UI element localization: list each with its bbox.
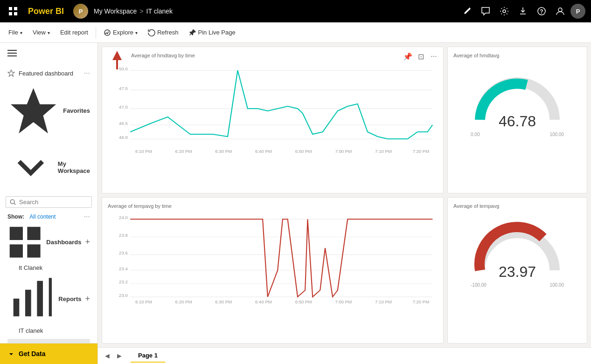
- breadcrumb-report[interactable]: IT clanek: [146, 7, 173, 15]
- expand-chart1-btn[interactable]: ⊡: [415, 51, 426, 62]
- svg-text:6:50 PM: 6:50 PM: [295, 149, 312, 154]
- svg-text:46.5: 46.5: [119, 121, 128, 126]
- grid-apps-icon[interactable]: [6, 4, 21, 19]
- file-button[interactable]: File: [4, 24, 27, 41]
- star-filled-icon: [7, 85, 59, 137]
- svg-text:7:00 PM: 7:00 PM: [335, 149, 352, 154]
- explore-chevron: [135, 29, 138, 36]
- sidebar-item-favorites[interactable]: Favorites: [0, 81, 97, 140]
- refresh-button[interactable]: Refresh: [143, 24, 183, 41]
- more-chart1-btn[interactable]: ···: [428, 51, 439, 62]
- star-outline-icon: [7, 69, 15, 77]
- svg-text:7:20 PM: 7:20 PM: [412, 149, 429, 154]
- sidebar-scroll: Featured dashboard ··· Favorites My Work…: [0, 65, 97, 343]
- chart-hmdtavg-gauge: Average of hmdtavg 46.78 0.00 100.00: [447, 47, 587, 193]
- svg-text:6:20 PM: 6:20 PM: [175, 149, 192, 154]
- svg-text:?: ?: [540, 8, 543, 15]
- svg-text:24.0: 24.0: [119, 215, 128, 220]
- svg-text:7:20 PM: 7:20 PM: [412, 300, 429, 304]
- dashboards-add-btn[interactable]: +: [85, 237, 90, 247]
- content-area: Average of hmdtavg by time 📌 ⊡ ··· 50.0 …: [98, 43, 591, 364]
- svg-rect-0: [9, 7, 12, 10]
- tab-navigation: ◄ ►: [102, 350, 125, 362]
- tab-page1[interactable]: Page 1: [131, 349, 165, 363]
- pin-chart1-btn[interactable]: 📌: [402, 51, 413, 62]
- settings-icon[interactable]: [496, 3, 513, 20]
- refresh-icon: [148, 29, 155, 36]
- reports-add-btn[interactable]: +: [85, 294, 90, 304]
- user-profile-icon[interactable]: [552, 3, 569, 20]
- gauge2-min: -100.00: [471, 282, 487, 288]
- svg-text:6:50 PM: 6:50 PM: [295, 300, 312, 304]
- toolbar: File View Edit report Explore Refresh Pi…: [0, 22, 591, 43]
- gauge2-max: 100.00: [549, 282, 564, 288]
- sidebar-dashboards-section[interactable]: Dashboards +: [0, 224, 97, 261]
- svg-rect-3: [14, 12, 17, 15]
- app-logo: Power BI: [28, 7, 64, 16]
- chart-hmdtavg-line: Average of hmdtavg by time 📌 ⊡ ··· 50.0 …: [102, 47, 444, 193]
- show-more-btn[interactable]: ···: [84, 213, 90, 221]
- chart2-svg-container: 24.0 23.8 23.6 23.4 23.2 23.0: [108, 213, 438, 306]
- sidebar-reports-section[interactable]: Reports +: [0, 274, 97, 324]
- view-button[interactable]: View: [28, 24, 55, 41]
- gauge2-title: Average of tempavg: [453, 203, 581, 209]
- svg-rect-19: [14, 299, 20, 316]
- svg-rect-18: [27, 244, 40, 257]
- user-avatar-nav[interactable]: P: [73, 4, 88, 19]
- search-icon: [10, 199, 16, 206]
- search-input[interactable]: [19, 199, 88, 206]
- toolbar-separator-1: [96, 27, 96, 38]
- svg-text:6:10 PM: 6:10 PM: [135, 149, 152, 154]
- more-user-icon[interactable]: P: [570, 4, 585, 19]
- chart1-svg-container: 50.0 47.5 47.0 46.5 46.0: [108, 62, 438, 155]
- file-chevron: [20, 29, 22, 36]
- featured-more-btn[interactable]: ···: [84, 69, 90, 77]
- chart1-title: Average of hmdtavg by time: [131, 53, 438, 58]
- pin-live-button[interactable]: Pin Live Page: [184, 24, 240, 41]
- svg-text:46.0: 46.0: [119, 135, 128, 140]
- tab-next-btn[interactable]: ►: [114, 350, 125, 362]
- svg-text:6:10 PM: 6:10 PM: [135, 300, 152, 304]
- svg-marker-13: [11, 88, 56, 133]
- svg-text:6:40 PM: 6:40 PM: [255, 149, 272, 154]
- gauge2-labels: -100.00 100.00: [471, 282, 564, 288]
- svg-text:6:20 PM: 6:20 PM: [175, 300, 192, 304]
- show-value[interactable]: All content: [29, 213, 56, 220]
- svg-rect-21: [37, 281, 43, 316]
- edit-pencil-icon[interactable]: [459, 3, 475, 20]
- hamburger-menu[interactable]: [0, 43, 97, 65]
- edit-report-button[interactable]: Edit report: [56, 24, 93, 41]
- download-icon[interactable]: [515, 3, 531, 20]
- explore-icon: [104, 29, 111, 36]
- comment-icon[interactable]: [477, 3, 494, 20]
- svg-rect-11: [7, 55, 17, 56]
- tab-prev-btn[interactable]: ◄: [102, 350, 113, 362]
- sidebar-item-my-workspace[interactable]: My Workspace: [0, 140, 97, 194]
- svg-rect-2: [9, 12, 12, 15]
- search-box[interactable]: [6, 196, 92, 208]
- svg-text:47.0: 47.0: [119, 105, 128, 110]
- svg-point-4: [503, 10, 506, 13]
- chart1-actions: 📌 ⊡ ···: [402, 51, 439, 62]
- breadcrumb-workspace[interactable]: My Workspace: [94, 7, 137, 15]
- sidebar-dashboard-it-clanek[interactable]: It Clanek: [0, 261, 97, 274]
- gauge1-min: 0.00: [471, 132, 480, 137]
- help-icon[interactable]: ?: [533, 3, 550, 20]
- svg-text:23.4: 23.4: [119, 267, 128, 271]
- svg-text:23.0: 23.0: [119, 293, 128, 297]
- chart-tempavg-line: Average of tempavg by time 24.0 23.8 23.…: [102, 197, 444, 344]
- get-data-button[interactable]: Get Data: [0, 343, 97, 364]
- svg-text:7:10 PM: 7:10 PM: [375, 149, 392, 154]
- svg-text:7:10 PM: 7:10 PM: [375, 300, 392, 304]
- svg-rect-1: [14, 7, 17, 10]
- show-row: Show: All content ···: [0, 210, 97, 224]
- svg-text:47.5: 47.5: [119, 86, 128, 91]
- explore-button[interactable]: Explore: [99, 24, 142, 41]
- sidebar-item-featured-dashboard[interactable]: Featured dashboard ···: [0, 65, 97, 81]
- view-chevron: [48, 29, 50, 36]
- svg-rect-16: [27, 227, 40, 240]
- sidebar-report-it-clanek[interactable]: IT clanek: [0, 324, 97, 337]
- svg-rect-9: [7, 50, 17, 51]
- svg-text:6:40 PM: 6:40 PM: [255, 300, 272, 304]
- svg-text:23.6: 23.6: [119, 251, 128, 255]
